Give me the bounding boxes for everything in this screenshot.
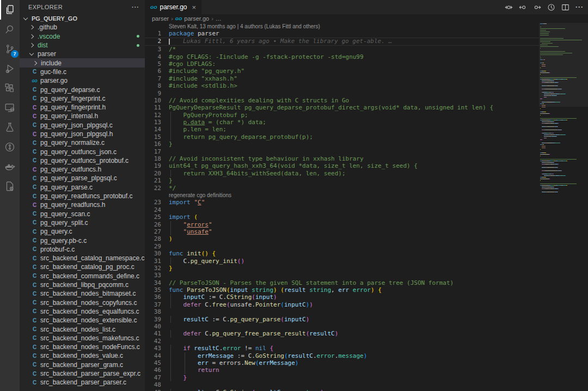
tree-folder-parser[interactable]: parser	[20, 50, 145, 58]
code-row[interactable]: 35func ParseToJSON(input string) (result…	[145, 286, 588, 294]
code-row[interactable]: 4#cgo CFLAGS: -Iinclude -g -fstack-prote…	[145, 53, 588, 60]
tree-file-pg-query-scan-c[interactable]: Cpg_query_scan.c	[20, 210, 145, 218]
tree-file-guc-file-c[interactable]: Cguc-file.c	[20, 68, 145, 76]
code-row[interactable]: 7#include "xxhash.h"	[145, 75, 588, 82]
code-row[interactable]: 8#include <stdlib.h>	[145, 82, 588, 89]
tree-file-pg-query-fingerprint-c[interactable]: Cpg_query_fingerprint.c	[20, 94, 145, 103]
split-editor-icon[interactable]	[561, 3, 569, 11]
tree-file-pg-query-parse-plpgsql-c[interactable]: Cpg_query_parse_plpgsql.c	[20, 174, 145, 182]
activity-item-search[interactable]	[0, 20, 20, 39]
code-row[interactable]: 25import (	[145, 213, 588, 221]
code-row[interactable]: 2Lukas Fittl, 6 years ago • Make the lib…	[145, 38, 588, 46]
code-row[interactable]: 17	[145, 148, 588, 155]
code-row[interactable]: 18// Avoid inconsistent type behaviour i…	[145, 155, 588, 162]
code-row[interactable]: 28)	[145, 235, 588, 242]
activity-item-source-control[interactable]: 7	[0, 39, 20, 59]
tab-parser-go[interactable]: GO parser.go ×	[145, 0, 201, 14]
code-row[interactable]: 48	[145, 381, 588, 388]
activity-item-docker[interactable]	[0, 157, 20, 176]
tree-file-pg-query-internal-h[interactable]: Cpg_query_internal.h	[20, 112, 145, 120]
explorer-more-actions-icon[interactable]: ···	[132, 4, 139, 10]
tree-file-src-backend-catalog-namespace-c[interactable]: Csrc_backend_catalog_namespace.c	[20, 254, 145, 262]
code-row[interactable]: 40	[145, 323, 588, 330]
open-changes-icon[interactable]	[505, 3, 513, 11]
code-row[interactable]: 13 p.data = (char *) data;	[145, 119, 588, 126]
code-row[interactable]: 39 resultC := C.pg_query_parse(inputC)	[145, 316, 588, 323]
codelens-row[interactable]: Steven Kalt, 13 months ago | 4 authors (…	[145, 23, 588, 30]
tree-folder-include[interactable]: include	[20, 58, 145, 67]
tree-file-parser-go[interactable]: GOparser.go	[20, 76, 145, 85]
code-row[interactable]: 24	[145, 206, 588, 213]
tree-file-src-backend-parser-parser-c[interactable]: Csrc_backend_parser_parser.c	[20, 378, 145, 387]
code-row[interactable]: 32}	[145, 265, 588, 272]
code-row[interactable]: 31 C.pg_query_init()	[145, 258, 588, 265]
code-row[interactable]: 43 if resultC.error != nil {	[145, 345, 588, 352]
code-row[interactable]: 29	[145, 243, 588, 250]
code-row[interactable]: 37 defer C.free(unsafe.Pointer(inputC))	[145, 301, 588, 308]
code-row[interactable]: 5#cgo LDFLAGS:	[145, 60, 588, 68]
code-row[interactable]: 26 "errors"	[145, 221, 588, 228]
tree-file-src-backend-nodes-makefuncs-c[interactable]: Csrc_backend_nodes_makefuncs.c	[20, 334, 145, 343]
tree-file-pg-query-outfuncs-protobuf-c[interactable]: Cpg_query_outfuncs_protobuf.c	[20, 156, 145, 165]
tree-file-pg-query-split-c[interactable]: Cpg_query_split.c	[20, 218, 145, 227]
code-row[interactable]: 34// ParseToJSON - Parses the given SQL …	[145, 279, 588, 286]
tree-file-src-backend-nodes-nodefuncs-c[interactable]: Csrc_backend_nodes_nodeFuncs.c	[20, 343, 145, 351]
activity-item-gitlens[interactable]	[0, 137, 20, 157]
code-row[interactable]: 1package parser	[145, 30, 588, 37]
tree-file-src-backend-commands-define-c[interactable]: Csrc_backend_commands_define.c	[20, 272, 145, 280]
tree-file-src-backend-catalog-pg-proc-c[interactable]: Csrc_backend_catalog_pg_proc.c	[20, 262, 145, 271]
codelens-text[interactable]: Steven Kalt, 13 months ago | 4 authors (…	[169, 23, 588, 30]
tree-folder-pg-query-go[interactable]: PG_QUERY_GO	[20, 14, 145, 23]
tree-folder--github[interactable]: .github	[20, 23, 145, 32]
tree-file-src-backend-parser-gram-c[interactable]: Csrc_backend_parser_gram.c	[20, 361, 145, 369]
code-row[interactable]: 36 inputC := C.CString(input)	[145, 294, 588, 301]
breadcrumb-folder[interactable]: parser	[152, 15, 169, 22]
code-row[interactable]: 20 return XXH3_64bits_withSeed(data, len…	[145, 170, 588, 177]
code-row[interactable]: 21}	[145, 177, 588, 184]
tree-file-pg-query-deparse-c[interactable]: Cpg_query_deparse.c	[20, 85, 145, 94]
code-row[interactable]: 30func init() {	[145, 250, 588, 257]
activity-item-extensions[interactable]	[0, 78, 20, 98]
code-row[interactable]: 49 result = C.GoString(resultC.parse_tre…	[145, 389, 588, 391]
code-row[interactable]: 19uint64_t pg_query_hash_xxh3_64(void *d…	[145, 162, 588, 169]
tree-file-src-backend-parser-parse-expr-c[interactable]: Csrc_backend_parser_parse_expr.c	[20, 369, 145, 378]
breadcrumb-file[interactable]: parser.go	[184, 15, 209, 22]
code-row[interactable]: 44 errMessage := C.GoString(resultC.erro…	[145, 352, 588, 359]
code-row[interactable]: 23import "C"	[145, 199, 588, 206]
activity-item-file-settings[interactable]	[0, 176, 20, 196]
activity-item-run-and-debug[interactable]	[0, 59, 20, 78]
tree-file-src-backend-libpq-pqcomm-c[interactable]: Csrc_backend_libpq_pqcomm.c	[20, 280, 145, 289]
tree-file-pg-query-parse-c[interactable]: Cpg_query_parse.c	[20, 183, 145, 192]
code-row[interactable]: 38	[145, 308, 588, 315]
code-row[interactable]: 27 "unsafe"	[145, 228, 588, 235]
tree-folder--vscode[interactable]: .vscode	[20, 32, 145, 41]
tree-file-pg-query-readfuncs-protobuf-c[interactable]: Cpg_query_readfuncs_protobuf.c	[20, 192, 145, 200]
tree-file-pg-query-fingerprint-h[interactable]: Cpg_query_fingerprint.h	[20, 103, 145, 112]
activity-item-remote-explorer[interactable]	[0, 98, 20, 118]
code-row[interactable]: 45 err = errors.New(errMessage)	[145, 359, 588, 366]
tree-file-protobuf-c-c[interactable]: Cprotobuf-c.c	[20, 245, 145, 254]
code-row[interactable]: 10// Avoid complexities dealing with C s…	[145, 97, 588, 104]
file-history-icon[interactable]	[547, 3, 555, 11]
previous-change-icon[interactable]	[519, 3, 527, 11]
tree-folder-dist[interactable]: dist	[20, 41, 145, 50]
code-row[interactable]: 22*/	[145, 185, 588, 192]
tree-file-src-backend-nodes-equalfuncs-c[interactable]: Csrc_backend_nodes_equalfuncs.c	[20, 307, 145, 316]
codelens-row[interactable]: regenerate cgo definitions	[145, 192, 588, 199]
tree-file-pg-query-readfuncs-h[interactable]: Cpg_query_readfuncs.h	[20, 200, 145, 209]
code-row[interactable]: 14 p.len = len;	[145, 126, 588, 133]
next-change-icon[interactable]	[533, 3, 541, 11]
tree-file-pg-query-normalize-c[interactable]: Cpg_query_normalize.c	[20, 138, 145, 147]
tree-file-src-backend-nodes-copyfuncs-c[interactable]: Csrc_backend_nodes_copyfuncs.c	[20, 298, 145, 307]
tree-file-src-backend-nodes-value-c[interactable]: Csrc_backend_nodes_value.c	[20, 351, 145, 360]
more-actions-icon[interactable]: ···	[575, 3, 584, 11]
code-row[interactable]: 9	[145, 90, 588, 97]
code-row[interactable]: 3/*	[145, 46, 588, 53]
breadcrumb-symbol[interactable]: …	[216, 15, 222, 22]
codelens-text[interactable]: regenerate cgo definitions	[169, 192, 588, 199]
code-row[interactable]: 42	[145, 338, 588, 345]
code-row[interactable]: 15 return pg_query_deparse_protobuf(p);	[145, 133, 588, 140]
tab-close-icon[interactable]: ×	[192, 3, 197, 11]
activity-item-testing[interactable]	[0, 118, 20, 137]
activity-item-explorer[interactable]	[0, 0, 20, 20]
